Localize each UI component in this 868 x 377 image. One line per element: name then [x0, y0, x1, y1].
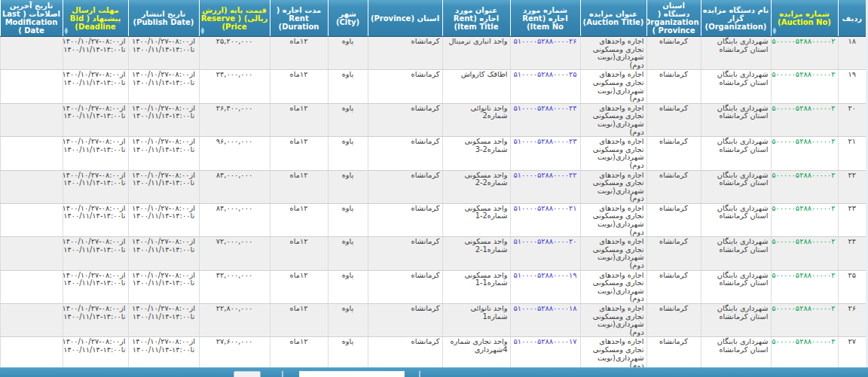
- item_no-link[interactable]: ۵۱۰۰۰۰۵۲۸۸۰۰۰۰۲۴: [513, 104, 576, 112]
- column-header-price[interactable]: قیمت پایه (ارزش ریالی) ( Reserve Price)▲…: [199, 0, 270, 37]
- item_no-link[interactable]: ۵۱۰۰۰۰۵۲۸۸۰۰۰۰۲۵: [513, 70, 576, 78]
- item_no-link[interactable]: ۵۱۰۰۰۰۵۲۸۸۰۰۰۰۱۹: [513, 271, 576, 279]
- item_no-link[interactable]: ۵۱۰۰۰۰۵۲۸۸۰۰۰۰۱۷: [513, 337, 576, 345]
- item_no-link[interactable]: ۵۱۰۰۰۰۵۲۸۸۰۰۰۰۱۸: [513, 304, 576, 312]
- cell-price: ۲۶,۴۰۰,۰۰۰: [199, 103, 270, 136]
- item_no-link[interactable]: ۵۱۰۰۰۰۵۲۸۸۰۰۰۰۲۱: [513, 204, 576, 212]
- column-label: مدت اجاره ( Rent Duration): [277, 6, 322, 31]
- cell-deadline: از۱۴۰۰/۱۰/۲۷‎-‎۰۸:۰۰ تا۱۴۰۰/۱۱/۱۴‎-‎۱۴:۰…: [63, 337, 128, 370]
- cell-publish: از۱۴۰۰/۱۰/۲۷‎-‎۰۸:۰۰ تا۱۴۰۰/۱۱/۱۴‎-‎۱۴:۰…: [128, 70, 199, 103]
- cell-no: ۲۷: [838, 337, 866, 370]
- item_no-link[interactable]: ۵۱۰۰۰۰۵۲۸۸۰۰۰۰۲۶: [513, 37, 576, 45]
- cell-duration: ۱۲ماه: [270, 170, 328, 203]
- cell-auction_title: اجاره واحدهای تجاری ومسکونی شهرداری(نوبت…: [580, 270, 646, 303]
- auction_no-link[interactable]: ۵۰۰۰۰۰۵۲۸۸۰۰۰۰۰۲: [772, 171, 835, 179]
- table-row[interactable]: ۲۳۵۰۰۰۰۰۵۲۸۸۰۰۰۰۰۲شهرداری باینگان استان …: [0, 203, 866, 236]
- cell-item_title: واحد مسکونی شماره1-1: [442, 270, 510, 303]
- cell-item_title: واحد انباری ترمینال: [442, 37, 510, 70]
- cell-org: شهرداری باینگان استان کرمانشاه: [701, 70, 771, 103]
- cell-item_no: ۵۱۰۰۰۰۵۲۸۸۰۰۰۰۲۴: [510, 103, 580, 136]
- pager-divider: [282, 371, 283, 377]
- column-label: شماره مزایده (Auction No): [778, 10, 831, 26]
- cell-item_no: ۵۱۰۰۰۰۵۲۸۸۰۰۰۰۲۳: [510, 137, 580, 170]
- item_no-link[interactable]: ۵۱۰۰۰۰۵۲۸۸۰۰۰۰۲۲: [513, 171, 576, 179]
- cell-city: پاوه: [328, 270, 368, 303]
- item_no-link[interactable]: ۵۱۰۰۰۰۵۲۸۸۰۰۰۰۲۳: [513, 137, 576, 145]
- auction_no-link[interactable]: ۵۰۰۰۰۰۵۲۸۸۰۰۰۰۰۲: [772, 271, 835, 279]
- column-label: شماره مورد اجاره (Rent Item No): [522, 6, 568, 31]
- table-row[interactable]: ۲۰۵۰۰۰۰۰۵۲۸۸۰۰۰۰۰۲شهرداری باینگان استان …: [0, 103, 866, 136]
- auction-table: ردیفشماره مزایده (Auction No)▲▼نام دستگا…: [0, 0, 866, 377]
- cell-last_mod: [0, 304, 63, 337]
- cell-item_title: واحد نانوائی شماره1: [442, 304, 510, 337]
- table-row[interactable]: ۱۹۵۰۰۰۰۰۵۲۸۸۰۰۰۰۰۲شهرداری باینگان استان …: [0, 70, 866, 103]
- cell-auction_title: اجاره واحدهای تجاری ومسکونی شهرداری(نوبت…: [580, 237, 646, 270]
- cell-auction_no: ۵۰۰۰۰۰۵۲۸۸۰۰۰۰۰۲: [771, 337, 838, 370]
- cell-org: شهرداری باینگان استان کرمانشاه: [701, 270, 771, 303]
- cell-province: کرمانشاه: [368, 304, 442, 337]
- cell-item_title: واحد مسکونی شماره2-3: [442, 137, 510, 170]
- table-row[interactable]: ۲۲۵۰۰۰۰۰۵۲۸۸۰۰۰۰۰۲شهرداری باینگان استان …: [0, 170, 866, 203]
- auction_no-link[interactable]: ۵۰۰۰۰۰۵۲۸۸۰۰۰۰۰۲: [772, 237, 835, 245]
- cell-price: ۸۴,۰۰۰,۰۰۰: [199, 170, 270, 203]
- column-header-last_mod: تاریخ آخرین اصلاحات ( Last Modification …: [0, 0, 63, 37]
- cell-auction_no: ۵۰۰۰۰۰۵۲۸۸۰۰۰۰۰۲: [771, 137, 838, 170]
- column-header-auction_no[interactable]: شماره مزایده (Auction No)▲▼: [771, 0, 838, 37]
- table-row[interactable]: ۲۵۵۰۰۰۰۰۵۲۸۸۰۰۰۰۰۲شهرداری باینگان استان …: [0, 270, 866, 303]
- cell-deadline: از۱۴۰۰/۱۰/۲۷‎-‎۰۸:۰۰ تا۱۴۰۰/۱۱/۱۴‎-‎۱۴:۰…: [63, 170, 128, 203]
- cell-province: کرمانشاه: [368, 203, 442, 236]
- table-row[interactable]: ۲۴۵۰۰۰۰۰۵۲۸۸۰۰۰۰۰۲شهرداری باینگان استان …: [0, 237, 866, 270]
- cell-org: شهرداری باینگان استان کرمانشاه: [701, 103, 771, 136]
- table-row[interactable]: ۲۷۵۰۰۰۰۰۵۲۸۸۰۰۰۰۰۲شهرداری باینگان استان …: [0, 337, 866, 370]
- auction_no-link[interactable]: ۵۰۰۰۰۰۵۲۸۸۰۰۰۰۰۲: [772, 304, 835, 312]
- cell-last_mod: [0, 137, 63, 170]
- auction_no-link[interactable]: ۵۰۰۰۰۰۵۲۸۸۰۰۰۰۰۲: [772, 137, 835, 145]
- table-row[interactable]: ۲۶۵۰۰۰۰۰۵۲۸۸۰۰۰۰۰۲شهرداری باینگان استان …: [0, 304, 866, 337]
- cell-no: ۱۹: [838, 70, 866, 103]
- cell-publish: از۱۴۰۰/۱۰/۲۷‎-‎۰۸:۰۰ تا۱۴۰۰/۱۱/۱۴‎-‎۱۴:۰…: [128, 304, 199, 337]
- auction_no-link[interactable]: ۵۰۰۰۰۰۵۲۸۸۰۰۰۰۰۲: [772, 104, 835, 112]
- cell-last_mod: [0, 103, 63, 136]
- cell-no: ۱۸: [838, 37, 866, 70]
- auction_no-link[interactable]: ۵۰۰۰۰۰۵۲۸۸۰۰۰۰۰۲: [772, 37, 835, 45]
- cell-publish: از۱۴۰۰/۱۰/۲۷‎-‎۰۸:۰۰ تا۱۴۰۰/۱۱/۱۴‎-‎۱۴:۰…: [128, 137, 199, 170]
- cell-org_province: کرمانشاه: [646, 237, 701, 270]
- auction_no-link[interactable]: ۵۰۰۰۰۰۵۲۸۸۰۰۰۰۰۲: [772, 204, 835, 212]
- cell-deadline: از۱۴۰۰/۱۰/۲۷‎-‎۰۸:۰۰ تا۱۴۰۰/۱۱/۱۴‎-‎۱۴:۰…: [63, 304, 128, 337]
- auction_no-link[interactable]: ۵۰۰۰۰۰۵۲۸۸۰۰۰۰۰۲: [772, 337, 835, 345]
- cell-city: پاوه: [328, 337, 368, 370]
- sort-icon: ▲▼: [65, 26, 69, 34]
- page-size-select[interactable]: [234, 371, 261, 377]
- cell-org_province: کرمانشاه: [646, 270, 701, 303]
- cell-org_province: کرمانشاه: [646, 137, 701, 170]
- cell-item_title: واحد مسکونی شماره2-1: [442, 203, 510, 236]
- cell-auction_no: ۵۰۰۰۰۰۵۲۸۸۰۰۰۰۰۲: [771, 203, 838, 236]
- cell-province: کرمانشاه: [368, 337, 442, 370]
- cell-publish: از۱۴۰۰/۱۰/۲۷‎-‎۰۸:۰۰ تا۱۴۰۰/۱۱/۱۴‎-‎۱۴:۰…: [128, 37, 199, 70]
- cell-last_mod: [0, 270, 63, 303]
- cell-no: ۲۱: [838, 137, 866, 170]
- page-number-input[interactable]: [299, 371, 405, 377]
- cell-last_mod: [0, 337, 63, 370]
- cell-province: کرمانشاه: [368, 70, 442, 103]
- column-label: استان (Province): [371, 14, 439, 23]
- cell-item_no: ۵۱۰۰۰۰۵۲۸۸۰۰۰۰۲۲: [510, 170, 580, 203]
- header-row: ردیفشماره مزایده (Auction No)▲▼نام دستگا…: [0, 0, 866, 37]
- cell-item_title: واحد مسکونی شماره2-2: [442, 170, 510, 203]
- auction_no-link[interactable]: ۵۰۰۰۰۰۵۲۸۸۰۰۰۰۰۲: [772, 70, 835, 78]
- item_no-link[interactable]: ۵۱۰۰۰۰۵۲۸۸۰۰۰۰۲۰: [513, 237, 576, 245]
- column-label: عنوان مزایده (Auction Title): [583, 10, 644, 26]
- sort-down-arrow: ▼: [65, 30, 69, 34]
- table-row[interactable]: ۱۸۵۰۰۰۰۰۵۲۸۸۰۰۰۰۰۲شهرداری باینگان استان …: [0, 37, 866, 70]
- cell-auction_no: ۵۰۰۰۰۰۵۲۸۸۰۰۰۰۰۲: [771, 37, 838, 70]
- cell-auction_title: اجاره واحدهای تجاری ومسکونی شهرداری(نوبت…: [580, 37, 646, 70]
- cell-city: پاوه: [328, 237, 368, 270]
- cell-item_title: اطاقک کارواش: [442, 70, 510, 103]
- column-header-publish: تاریخ انتشار (Publish Date): [128, 0, 199, 37]
- cell-auction_no: ۵۰۰۰۰۰۵۲۸۸۰۰۰۰۰۲: [771, 270, 838, 303]
- cell-duration: ۱۲ماه: [270, 137, 328, 170]
- cell-auction_no: ۵۰۰۰۰۰۵۲۸۸۰۰۰۰۰۲: [771, 304, 838, 337]
- cell-deadline: از۱۴۰۰/۱۰/۲۷‎-‎۰۸:۰۰ تا۱۴۰۰/۱۱/۱۴‎-‎۱۴:۰…: [63, 270, 128, 303]
- column-header-deadline[interactable]: مهلت ارسال پیشنهاد ( Bid Deadline)▲▼: [63, 0, 128, 37]
- table-row[interactable]: ۲۱۵۰۰۰۰۰۵۲۸۸۰۰۰۰۰۲شهرداری باینگان استان …: [0, 137, 866, 170]
